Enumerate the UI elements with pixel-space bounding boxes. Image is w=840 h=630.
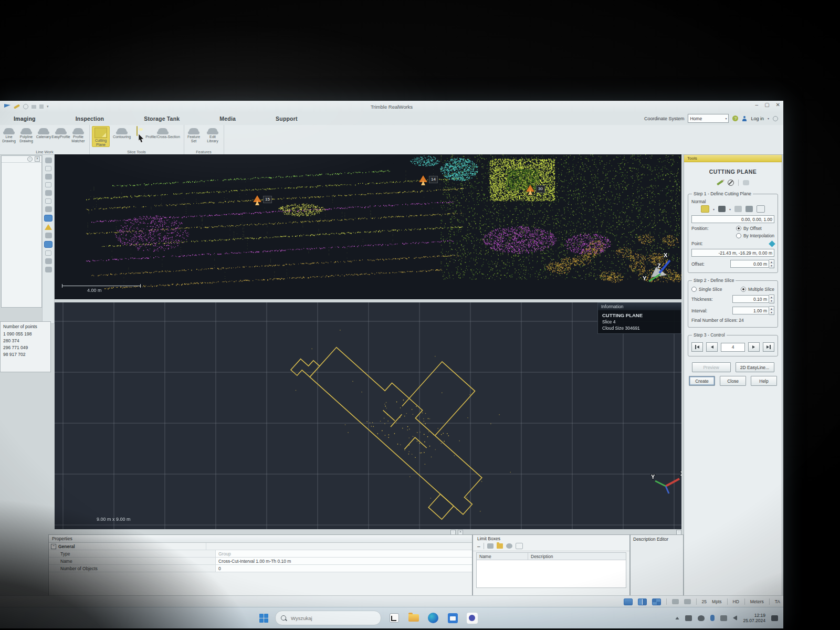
login-dropdown-icon[interactable]: ▾ bbox=[768, 117, 769, 120]
tab-media[interactable]: Media bbox=[219, 116, 236, 122]
grid-icon[interactable] bbox=[757, 205, 765, 213]
single-view-layout-icon[interactable] bbox=[624, 598, 633, 605]
close-button[interactable]: ✕ bbox=[776, 102, 780, 108]
thickness-field[interactable]: 0.10 m bbox=[732, 295, 769, 303]
column-header-name[interactable]: Name bbox=[477, 553, 528, 560]
easyprofile-button[interactable]: EasyProfile bbox=[52, 126, 70, 139]
axis-preset-icon[interactable] bbox=[718, 206, 726, 212]
feature-set-button[interactable]: Feature Set bbox=[185, 126, 203, 143]
interval-spinner[interactable]: ▲▼ bbox=[769, 306, 774, 315]
single-slice-radio[interactable] bbox=[691, 287, 697, 292]
tools-panel-header[interactable]: Tools bbox=[684, 155, 782, 162]
disable-plane-icon[interactable] bbox=[728, 180, 734, 186]
create-button[interactable]: Create bbox=[689, 376, 715, 386]
tab-inspection[interactable]: Inspection bbox=[76, 116, 104, 122]
pan-tool-icon[interactable] bbox=[45, 174, 52, 180]
reset-plane-icon[interactable] bbox=[743, 180, 749, 185]
collapse-icon[interactable]: − bbox=[51, 544, 56, 549]
by-offset-radio[interactable] bbox=[736, 226, 741, 231]
teams-app-icon[interactable] bbox=[466, 612, 478, 624]
multiple-slice-radio[interactable] bbox=[741, 287, 746, 292]
panel-pin-icon[interactable]: ◦ bbox=[27, 156, 33, 162]
slice-mini-tool-button[interactable] bbox=[136, 127, 138, 136]
tab-imaging[interactable]: Imaging bbox=[14, 116, 36, 122]
thickness-spinner[interactable]: ▲▼ bbox=[769, 295, 774, 303]
warning-markers-icon[interactable] bbox=[45, 224, 52, 230]
target-tool-icon[interactable] bbox=[45, 267, 52, 272]
file-explorer-icon[interactable] bbox=[407, 612, 420, 624]
cloud-display-icon[interactable] bbox=[684, 599, 691, 604]
walkthrough-tool-icon[interactable] bbox=[45, 198, 51, 204]
tray-expand-icon[interactable] bbox=[675, 617, 679, 620]
render-mode-icon[interactable] bbox=[44, 241, 52, 248]
login-button[interactable]: Log in bbox=[751, 116, 764, 121]
security-icon[interactable] bbox=[720, 615, 727, 621]
interval-field[interactable]: 1.00 m bbox=[732, 307, 769, 314]
sync-icon[interactable] bbox=[773, 116, 778, 121]
folder-icon[interactable] bbox=[497, 543, 503, 549]
edge-browser-icon[interactable] bbox=[427, 612, 439, 624]
by-interpolation-radio[interactable] bbox=[736, 233, 741, 238]
annotation-marker-15[interactable]: 15 bbox=[253, 195, 272, 203]
property-value[interactable]: Cross-Cut-Interval 1.00 m-Th 0.10 m bbox=[216, 558, 472, 564]
property-value[interactable]: 0 bbox=[216, 565, 472, 572]
point-field[interactable]: -21.43 m, -16.29 m, 0.00 m bbox=[691, 249, 774, 257]
taskbar-search[interactable] bbox=[275, 611, 381, 625]
minimize-button[interactable]: – bbox=[755, 102, 759, 108]
previous-slice-button[interactable] bbox=[706, 342, 718, 352]
viewport-3d-cross-section[interactable]: 15 14 30 4.00 m X Y Z bbox=[55, 154, 681, 299]
annotation-marker-30[interactable]: 30 bbox=[526, 185, 545, 193]
next-slice-button[interactable] bbox=[748, 342, 760, 352]
grab-icon[interactable] bbox=[506, 543, 512, 549]
onedrive-icon[interactable] bbox=[698, 615, 705, 621]
status-units[interactable]: Meters bbox=[750, 599, 764, 604]
split-view-layout-icon[interactable] bbox=[638, 598, 647, 605]
last-slice-button[interactable] bbox=[763, 342, 774, 352]
normal-field[interactable]: 0.00, 0.00, 1.00 bbox=[691, 215, 774, 223]
tab-storage-tank[interactable]: Storage Tank bbox=[144, 116, 180, 122]
catenary-button[interactable]: Catenary bbox=[35, 126, 52, 139]
quad-view-layout-icon[interactable] bbox=[652, 598, 661, 605]
preview-button[interactable]: Preview bbox=[692, 362, 731, 372]
close-panel-button[interactable]: Close bbox=[720, 376, 746, 386]
first-slice-button[interactable] bbox=[691, 342, 703, 352]
view-tool-icon[interactable] bbox=[45, 158, 52, 163]
zoom-tool-icon[interactable] bbox=[45, 166, 51, 171]
viewport-2d-slice[interactable]: Information CUTTING PLANE Slice 4 Cloud … bbox=[55, 302, 681, 529]
search-input[interactable] bbox=[290, 615, 355, 622]
maximize-button[interactable]: ▢ bbox=[764, 102, 769, 108]
profile-matcher-button[interactable]: Profile Matcher bbox=[69, 126, 87, 143]
station-tool-icon[interactable] bbox=[45, 206, 52, 212]
plane-preset-icon[interactable] bbox=[701, 205, 709, 213]
cloud-density-icon[interactable] bbox=[672, 599, 679, 604]
start-button[interactable] bbox=[259, 614, 268, 623]
line-drawing-button[interactable]: Line Drawing bbox=[0, 126, 18, 143]
polyline-drawing-button[interactable]: Polyline Drawing bbox=[17, 126, 35, 143]
tab-support[interactable]: Support bbox=[276, 116, 298, 122]
project-tree-panel[interactable]: ◦✕ bbox=[1, 155, 42, 308]
notification-icon[interactable] bbox=[771, 615, 778, 621]
panel-splitter[interactable] bbox=[55, 529, 681, 534]
taskbar-clock[interactable]: 12:19 25.07.2024 bbox=[743, 613, 765, 623]
remove-button[interactable]: – bbox=[477, 543, 480, 549]
status-quality[interactable]: HD bbox=[733, 599, 739, 604]
speaker-icon[interactable] bbox=[733, 615, 737, 621]
network-icon[interactable] bbox=[685, 615, 692, 621]
offset-field[interactable]: 0.00 m bbox=[730, 260, 769, 268]
pick-axis-icon[interactable] bbox=[746, 206, 753, 212]
help-button[interactable]: Help bbox=[751, 376, 777, 386]
current-slice-field[interactable]: 4 bbox=[721, 343, 745, 352]
panel-close-icon[interactable]: ✕ bbox=[35, 156, 40, 162]
camera-tool-icon[interactable] bbox=[45, 258, 52, 264]
measure-tool-icon[interactable] bbox=[45, 233, 52, 238]
coordinate-system-select[interactable]: Home▾ bbox=[688, 114, 729, 123]
fit-plane-icon[interactable] bbox=[734, 206, 742, 212]
cutting-plane-button[interactable]: Cutting Plane bbox=[92, 126, 110, 147]
rotate-tool-icon[interactable] bbox=[45, 182, 51, 187]
edit-library-button[interactable]: Edit Library bbox=[204, 126, 222, 143]
help-icon[interactable]: ? bbox=[732, 116, 738, 121]
offset-spinner[interactable]: ▲▼ bbox=[769, 259, 774, 268]
clipping-tool-icon[interactable] bbox=[45, 250, 51, 256]
box-icon[interactable] bbox=[516, 543, 523, 549]
microphone-icon[interactable] bbox=[710, 615, 715, 621]
